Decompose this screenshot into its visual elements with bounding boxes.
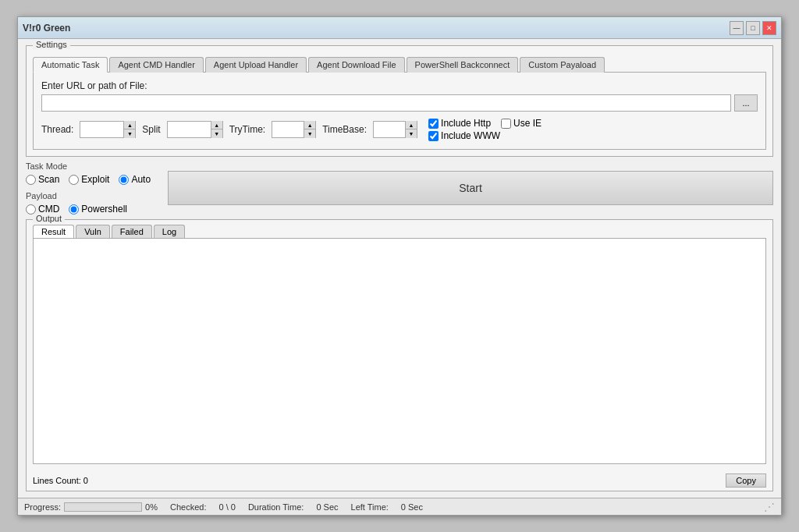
payload-cmd-radio[interactable] (26, 204, 36, 215)
use-ie-label: Use IE (513, 118, 542, 129)
url-input[interactable] (41, 94, 731, 112)
tab-agent-upload-handler[interactable]: Agent Upload Handler (205, 57, 307, 73)
browse-button[interactable]: ... (734, 94, 758, 112)
main-window: V!r0 Green — □ ✕ Settings Automatic Task… (17, 16, 782, 516)
trytime-input[interactable]: 3 (272, 122, 304, 137)
use-ie-checkbox[interactable] (501, 119, 511, 129)
output-content-area (33, 238, 766, 464)
tab-custom-payload[interactable]: Custom Payaload (520, 57, 605, 73)
include-www-label: Include WWW (441, 130, 500, 141)
options-checkboxes: Include Http Use IE Include WWW (428, 118, 542, 141)
trytime-down-button[interactable]: ▼ (304, 129, 315, 138)
trytime-spin-buttons: ▲ ▼ (304, 121, 315, 138)
include-http-row: Include Http Use IE (428, 118, 542, 129)
progress-bar-outer (64, 502, 142, 512)
status-bar: Progress: 0% Checked: 0 \ 0 Duration Tim… (18, 498, 781, 515)
url-row: ... (41, 94, 758, 112)
lines-count-label: Lines Count: 0 (33, 476, 88, 485)
include-http-checkbox[interactable] (428, 119, 439, 129)
output-footer: Lines Count: 0 Copy (27, 470, 772, 491)
mode-auto-item: Auto (119, 174, 151, 185)
copy-button[interactable]: Copy (726, 473, 766, 488)
start-button[interactable]: Start (168, 171, 773, 205)
checked-label: Checked: (170, 502, 206, 512)
output-tab-vuln[interactable]: Vuln (76, 225, 110, 238)
close-button[interactable]: ✕ (762, 21, 776, 35)
include-www-row: Include WWW (428, 130, 542, 141)
trytime-up-button[interactable]: ▲ (304, 121, 315, 129)
split-spin-buttons: ▲ ▼ (211, 121, 222, 138)
mode-payload-start-row: Task Mode Scan Exploit Auto Payl (26, 161, 773, 215)
include-http-label: Include Http (441, 118, 491, 129)
split-label: Split (142, 124, 160, 135)
timebase-input[interactable]: 85 (374, 122, 405, 137)
payload-powershell-item: Powershell (69, 204, 127, 215)
mode-payload-col: Task Mode Scan Exploit Auto Payl (26, 161, 151, 215)
output-tab-failed[interactable]: Failed (112, 225, 152, 238)
progress-label: Progress: (24, 502, 61, 512)
minimize-button[interactable]: — (730, 21, 744, 35)
url-label: Enter URL or path of File: (41, 80, 758, 91)
trytime-spinner: 3 ▲ ▼ (272, 121, 316, 138)
mode-scan-radio[interactable] (26, 175, 36, 185)
settings-group: Settings Automatic Task Agent CMD Handle… (26, 45, 773, 157)
task-mode-label: Task Mode (26, 161, 151, 171)
mode-scan-label: Scan (38, 174, 59, 185)
main-tab-bar: Automatic Task Agent CMD Handler Agent U… (33, 57, 766, 73)
payload-label: Payload (26, 191, 151, 200)
thread-input[interactable]: 70 (80, 122, 123, 137)
main-tab-content: Enter URL or path of File: ... Thread: 7… (33, 72, 766, 150)
payload-powershell-label: Powershell (81, 204, 127, 215)
thread-spin-buttons: ▲ ▼ (123, 121, 135, 138)
payload-cmd-label: CMD (38, 204, 59, 215)
timebase-down-button[interactable]: ▼ (406, 129, 417, 138)
output-group: Output Result Vuln Failed Log Lines Coun… (26, 219, 773, 491)
settings-label: Settings (33, 40, 70, 49)
split-input[interactable]: 200 (168, 122, 211, 137)
output-tab-bar: Result Vuln Failed Log (27, 220, 772, 238)
payload-cmd-item: CMD (26, 204, 59, 215)
payload-powershell-radio[interactable] (69, 204, 79, 215)
title-bar: V!r0 Green — □ ✕ (18, 17, 781, 39)
progress-wrapper: Progress: 0% (24, 502, 158, 512)
restore-button[interactable]: □ (746, 21, 760, 35)
output-tab-log[interactable]: Log (154, 225, 185, 238)
tab-powershell-backconnect[interactable]: PowerShell Backconnect (407, 57, 519, 73)
tab-agent-download-file[interactable]: Agent Download File (308, 57, 405, 73)
thread-up-button[interactable]: ▲ (124, 121, 135, 129)
trytime-label: TryTime: (229, 124, 265, 135)
checked-value: 0 \ 0 (218, 502, 235, 512)
window-controls: — □ ✕ (730, 21, 776, 35)
split-spinner: 200 ▲ ▼ (167, 121, 223, 138)
tab-automatic-task[interactable]: Automatic Task (33, 57, 108, 73)
timebase-up-button[interactable]: ▲ (406, 121, 417, 129)
tab-agent-cmd-handler[interactable]: Agent CMD Handler (109, 57, 203, 73)
include-www-checkbox[interactable] (428, 131, 439, 141)
params-row: Thread: 70 ▲ ▼ Split 200 ▲ ▼ (41, 118, 758, 141)
output-tab-result[interactable]: Result (33, 225, 74, 238)
thread-down-button[interactable]: ▼ (124, 129, 135, 138)
split-down-button[interactable]: ▼ (211, 129, 222, 138)
mode-exploit-radio[interactable] (69, 175, 79, 185)
mode-exploit-item: Exploit (69, 174, 109, 185)
payload-radio-row: CMD Powershell (26, 204, 151, 215)
thread-label: Thread: (41, 124, 73, 135)
resize-handle: ⋰ (764, 501, 775, 513)
duration-value: 0 Sec (316, 502, 338, 512)
progress-value: 0% (145, 502, 158, 512)
mode-exploit-label: Exploit (81, 174, 109, 185)
split-up-button[interactable]: ▲ (211, 121, 222, 129)
task-mode-radio-row: Scan Exploit Auto (26, 174, 151, 185)
window-title: V!r0 Green (23, 23, 70, 34)
timebase-spinner: 85 ▲ ▼ (373, 121, 417, 138)
timebase-label: TimeBase: (322, 124, 367, 135)
duration-label: Duration Time: (248, 502, 304, 512)
output-label: Output (33, 214, 65, 223)
left-value: 0 Sec (401, 502, 423, 512)
left-label: Left Time: (351, 502, 389, 512)
mode-auto-label: Auto (131, 174, 151, 185)
mode-auto-radio[interactable] (119, 175, 129, 185)
window-body: Settings Automatic Task Agent CMD Handle… (18, 39, 781, 498)
timebase-spin-buttons: ▲ ▼ (405, 121, 417, 138)
thread-spinner: 70 ▲ ▼ (80, 121, 136, 138)
